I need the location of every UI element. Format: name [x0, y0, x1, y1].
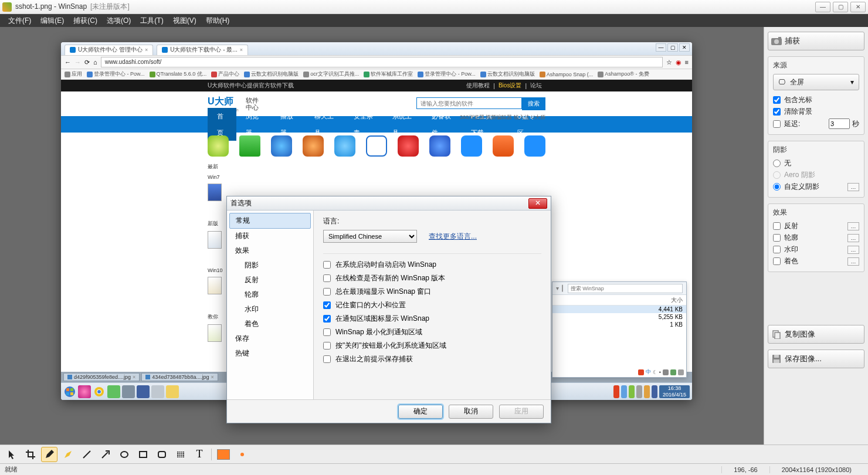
svg-rect-20	[158, 452, 165, 457]
close-button[interactable]: ✕	[850, 2, 866, 12]
menu-icon: ≡	[685, 59, 689, 66]
tool-rect[interactable]	[135, 447, 151, 462]
pref-nav-save[interactable]: 保存	[229, 331, 311, 346]
svg-point-0	[65, 386, 75, 397]
check-minimize-tray[interactable]: WinSnap 最小化到通知区域	[323, 327, 541, 337]
tool-roundrect[interactable]	[154, 447, 170, 462]
window-title: sshot-1.png - WinSnap[未注册版本]	[15, 2, 130, 12]
taskbar-app-icon	[107, 385, 120, 398]
copy-image-button[interactable]: 复制图像	[768, 325, 864, 344]
tool-blur[interactable]	[172, 447, 189, 462]
pref-nav-capture[interactable]: 捕获	[229, 229, 311, 243]
nav-home-icon: ⌂	[93, 59, 97, 66]
canvas-area[interactable]: U大师软件中心 管理中心× U大师软件下载中心 - 最...× —▢✕ ← → …	[0, 27, 764, 445]
bookmark-bar: 应用 登录管理中心 - Pow... QTranslate 5.6.0 优...…	[61, 69, 692, 80]
chrome-icon	[93, 385, 106, 398]
color-picker[interactable]	[215, 447, 232, 462]
language-select[interactable]: Simplified Chinese	[323, 230, 417, 243]
annotation-toolbar: T	[0, 445, 868, 463]
shadow-more-button[interactable]: …	[847, 183, 859, 191]
cancel-button[interactable]: 取消	[449, 405, 493, 419]
tool-pen[interactable]	[41, 447, 57, 462]
ok-button[interactable]: 确定	[398, 405, 443, 419]
shadow-custom-radio[interactable]: 自定义阴影…	[773, 182, 859, 192]
check-topmost[interactable]: 总在最顶端显示 WinSnap 窗口	[323, 287, 541, 297]
effect-watermark-check[interactable]: 水印…	[773, 245, 859, 255]
tray-icon	[644, 385, 650, 398]
pref-nav-watermark[interactable]: 水印	[229, 302, 311, 317]
ime-tray: 中 ☾•	[638, 368, 684, 376]
check-save-prompt[interactable]: 在退出之前提示保存捕获	[323, 354, 541, 364]
menu-tools[interactable]: 工具(T)	[135, 15, 168, 27]
check-remember-window[interactable]: 记住窗口的大小和位置	[323, 300, 541, 310]
delay-input[interactable]	[829, 118, 850, 129]
pref-nav: 常规 捕获 效果 阴影 反射 轮廓 水印 着色 保存 热键	[227, 211, 314, 399]
tool-highlighter[interactable]	[60, 447, 76, 462]
maximize-button[interactable]: ▢	[833, 2, 848, 12]
taskbar-app-icon	[166, 385, 179, 398]
shadow-none-radio[interactable]: 无	[773, 158, 859, 168]
pref-nav-general[interactable]: 常规	[229, 213, 311, 229]
menu-options[interactable]: 选项(O)	[102, 15, 135, 27]
menu-edit[interactable]: 编辑(E)	[36, 15, 69, 27]
source-group: 来源 🖵 全屏 ▾ 包含光标 清除背景 延迟: 秒	[768, 56, 864, 135]
pref-nav-reflect[interactable]: 反射	[229, 273, 311, 287]
check-update[interactable]: 在线检查是否有新的 WinSnap 版本	[323, 273, 541, 283]
tray-icon	[636, 385, 642, 398]
software-icons	[61, 133, 692, 160]
check-autostart[interactable]: 在系统启动时自动启动 WinSnap	[323, 260, 541, 270]
statusbar: 就绪 196, -66 2004x1164 (1920x1080)	[0, 463, 868, 475]
svg-line-16	[83, 451, 90, 458]
pref-nav-outline[interactable]: 轮廓	[229, 287, 311, 302]
check-close-minimize[interactable]: 按"关闭"按钮最小化到系统通知区域	[323, 341, 541, 351]
tool-cursor[interactable]	[4, 447, 20, 462]
apply-button[interactable]: 应用	[499, 405, 544, 419]
capture-button[interactable]: 捕获	[768, 32, 864, 50]
tray-icon	[652, 385, 657, 398]
camera-icon	[768, 36, 785, 46]
clear-bg-check[interactable]: 清除背景	[773, 107, 859, 117]
delay-check[interactable]	[773, 120, 781, 128]
status-coords: 196, -66	[721, 466, 769, 473]
pref-nav-effects[interactable]: 效果	[229, 243, 311, 258]
taskbar-app-icon	[122, 385, 135, 398]
minimize-button[interactable]: —	[815, 2, 830, 12]
source-mode-select[interactable]: 🖵 全屏 ▾	[773, 74, 859, 90]
tool-crop[interactable]	[22, 447, 39, 462]
menu-view[interactable]: 视图(V)	[168, 15, 201, 27]
shadow-aero-radio[interactable]: Aero 阴影	[773, 170, 859, 180]
menu-file[interactable]: 文件(F)	[4, 15, 36, 27]
svg-rect-10	[778, 37, 781, 39]
app-icon	[2, 2, 12, 12]
pref-nav-shadow[interactable]: 阴影	[229, 258, 311, 273]
menu-capture[interactable]: 捕获(C)	[69, 15, 102, 27]
copy-icon	[768, 330, 785, 339]
more-languages-link[interactable]: 查找更多语言...	[429, 232, 477, 242]
effect-reflect-check[interactable]: 反射…	[773, 221, 859, 231]
include-cursor-check[interactable]: 包含光标	[773, 95, 859, 105]
language-label: 语言:	[323, 216, 541, 226]
tool-arrow[interactable]	[97, 447, 114, 462]
save-image-button[interactable]: 保存图像...	[768, 350, 864, 368]
effects-group: 效果 反射… 轮廓… 水印… 着色…	[768, 203, 864, 272]
tool-ellipse[interactable]	[116, 447, 133, 462]
browser-titlebar: U大师软件中心 管理中心× U大师软件下载中心 - 最...× —▢✕	[61, 42, 692, 55]
pref-nav-color[interactable]: 着色	[229, 317, 311, 331]
chevron-down-icon: ▾	[850, 78, 854, 86]
url-input: www.udashi.com/soft/	[101, 57, 663, 67]
pref-nav-hotkey[interactable]: 热键	[229, 346, 311, 361]
dialog-close-button[interactable]: ✕	[528, 198, 547, 209]
browser-urlbar: ← → ⟳ ⌂ www.udashi.com/soft/ ☆ ◉ ≡	[61, 55, 692, 69]
effect-outline-check[interactable]: 轮廓…	[773, 233, 859, 243]
status-dimensions: 2004x1164 (1920x1080)	[769, 466, 863, 473]
tool-text[interactable]: T	[191, 447, 208, 462]
stroke-width[interactable]	[234, 447, 250, 462]
tool-line[interactable]	[79, 447, 95, 462]
svg-rect-2	[70, 388, 73, 391]
monitor-icon: 🖵	[778, 78, 790, 86]
tray-icon	[629, 385, 635, 398]
menu-help[interactable]: 帮助(H)	[201, 15, 235, 27]
check-tray-icon[interactable]: 在通知区域图标显示 WinSnap	[323, 314, 541, 324]
browser-window-controls: —▢✕	[656, 43, 690, 54]
effect-color-check[interactable]: 着色…	[773, 256, 859, 266]
